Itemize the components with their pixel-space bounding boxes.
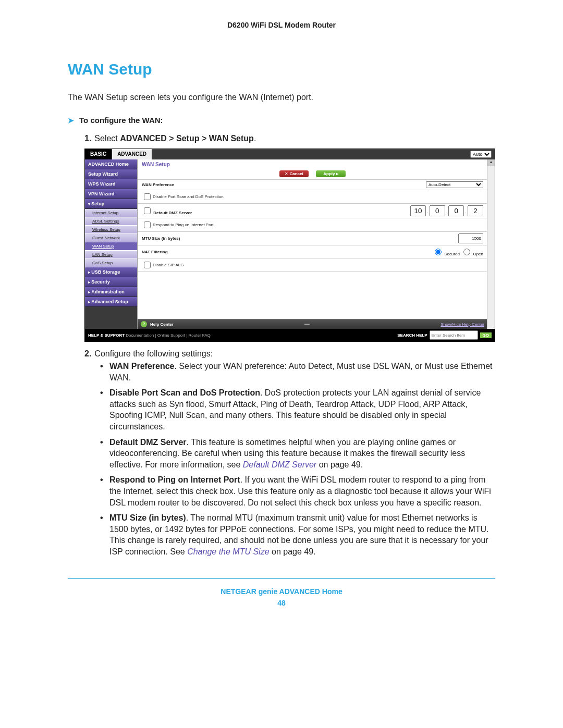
nat-secured-radio[interactable]	[435, 249, 442, 255]
ping-label: Respond to Ping on Internet Port	[153, 223, 214, 227]
mtu-link[interactable]: Change the MTU Size	[187, 547, 269, 556]
bullet-disable-port: Disable Port Scan and DoS Protection. Do…	[100, 387, 495, 432]
sidebar-sub-lan[interactable]: LAN Setup	[85, 251, 137, 259]
page-footer: NETGEAR genie ADVANCED Home 48	[68, 578, 495, 607]
sidebar-item-security[interactable]: Security	[85, 277, 137, 287]
nat-secured-label: Secured	[444, 252, 460, 256]
page-number: 48	[68, 599, 495, 607]
scrollbar[interactable]: ▴	[487, 159, 495, 329]
dmz-ip-c[interactable]	[448, 205, 464, 216]
disable-port-label: Disable Port Scan and DoS Protection	[153, 194, 224, 199]
sip-checkbox[interactable]	[144, 262, 151, 268]
disable-port-checkbox[interactable]	[144, 193, 151, 200]
step-1: 1.Select ADVANCED > Setup > WAN Setup. B…	[84, 134, 495, 342]
search-input[interactable]	[430, 330, 478, 340]
sidebar-item-advanced-setup[interactable]: Advanced Setup	[85, 297, 137, 307]
sidebar-item-admin[interactable]: Administration	[85, 287, 137, 297]
disable-port-row: Disable Port Scan and DoS Protection	[138, 190, 487, 203]
sidebar-sub-qos[interactable]: QoS Setup	[85, 259, 137, 267]
sidebar-sub-internet[interactable]: Internet Setup	[85, 209, 137, 217]
sidebar-sub-adsl[interactable]: ADSL Settings	[85, 217, 137, 226]
step-2-text: Configure the following settings:	[94, 349, 213, 358]
sidebar-item-vpn-wizard[interactable]: VPN Wizard	[85, 189, 137, 199]
panel-title: WAN Setup	[138, 159, 487, 169]
sidebar-item-usb[interactable]: USB Storage	[85, 267, 137, 277]
bullet-mtu: MTU Size (in bytes). The normal MTU (max…	[100, 512, 495, 557]
mtu-input[interactable]	[458, 233, 483, 243]
help-center-label: Help Center	[150, 322, 174, 327]
router-screenshot: BASIC ADVANCED Auto ADVANCED Home Setup …	[84, 149, 495, 342]
ping-row: Respond to Ping on Internet Port	[138, 218, 487, 231]
dmz-checkbox[interactable]	[144, 207, 151, 214]
step-1-path: ADVANCED > Setup > WAN Setup	[120, 134, 254, 143]
sip-label: Disable SIP ALG	[153, 263, 183, 267]
help-toggle-link[interactable]: Show/Hide Help Center	[440, 322, 484, 327]
dmz-ip-b[interactable]	[430, 205, 445, 216]
auto-select[interactable]: Auto	[470, 151, 492, 158]
sidebar-item-home[interactable]: ADVANCED Home	[85, 159, 137, 169]
dmz-ip-a[interactable]	[410, 205, 426, 216]
sidebar-sub-wan[interactable]: WAN Setup	[85, 242, 137, 251]
sidebar-item-wps-wizard[interactable]: WPS Wizard	[85, 179, 137, 189]
cancel-button[interactable]: Cancel	[279, 170, 308, 177]
help-icon[interactable]: ?	[141, 321, 147, 327]
bullet-dmz: Default DMZ Server. This feature is some…	[100, 437, 495, 471]
dmz-link[interactable]: Default DMZ Server	[243, 460, 316, 469]
dmz-label: Default DMZ Server	[153, 211, 192, 215]
dmz-ip-d[interactable]	[468, 205, 483, 216]
nat-label: NAT Filtering	[142, 250, 168, 254]
step-1-prefix: Select	[94, 134, 120, 143]
step-2: 2.Configure the following settings: WAN …	[84, 349, 495, 558]
nat-open-radio[interactable]	[463, 249, 470, 255]
go-button[interactable]: GO	[480, 332, 492, 338]
nat-open-label: Open	[473, 252, 483, 256]
device-header: D6200 WiFi DSL Modem Router	[68, 21, 495, 29]
sip-row: Disable SIP ALG	[138, 258, 487, 272]
footer-links[interactable]: Documentation | Online Support | Router …	[125, 333, 211, 338]
sidebar-sub-wireless[interactable]: Wireless Setup	[85, 226, 137, 234]
wan-pref-label: WAN Preference	[142, 182, 174, 187]
apply-button[interactable]: Apply	[316, 170, 345, 177]
intro-text: The WAN Setup screen lets you configure …	[68, 93, 495, 102]
main-panel: ▴ WAN Setup Cancel Apply WAN Preference …	[137, 159, 495, 329]
sidebar-item-setup[interactable]: Setup	[85, 199, 137, 209]
sidebar-sub-guest[interactable]: Guest Network	[85, 234, 137, 242]
tab-basic[interactable]: BASIC	[85, 149, 112, 159]
footer-title: NETGEAR genie ADVANCED Home	[68, 587, 495, 596]
bullet-ping: Respond to Ping on Internet Port. If you…	[100, 474, 495, 508]
chevron-icon: ➤	[68, 116, 74, 125]
tab-advanced[interactable]: ADVANCED	[112, 149, 152, 159]
ping-checkbox[interactable]	[144, 221, 151, 228]
config-heading: To configure the WAN:	[79, 116, 163, 125]
step-1-suffix: .	[254, 134, 256, 143]
mtu-label: MTU Size (in bytes)	[142, 236, 180, 241]
bullet-wan-pref: WAN Preference. Select your WAN preferen…	[100, 361, 495, 383]
sidebar-item-setup-wizard[interactable]: Setup Wizard	[85, 169, 137, 179]
search-label: SEARCH HELP	[397, 333, 427, 338]
section-title: WAN Setup	[68, 60, 495, 78]
wan-pref-select[interactable]: Auto-Detect	[426, 181, 483, 188]
sidebar: ADVANCED Home Setup Wizard WPS Wizard VP…	[85, 159, 137, 329]
footer-help-label: HELP & SUPPORT	[88, 333, 125, 338]
